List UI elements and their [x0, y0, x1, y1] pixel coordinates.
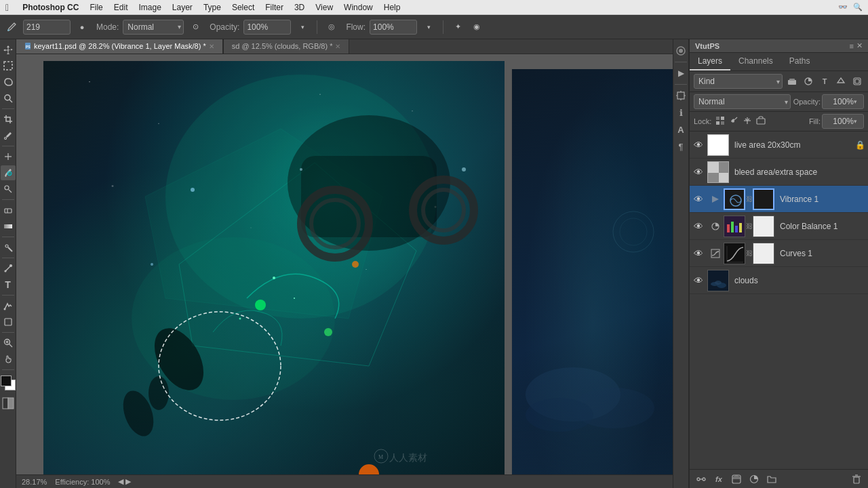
menu-view[interactable]: View — [315, 3, 333, 12]
delete-layer-icon[interactable] — [849, 472, 864, 487]
filter-shape-icon[interactable] — [834, 75, 848, 88]
svg-rect-92 — [731, 222, 734, 232]
menu-layer[interactable]: Layer — [172, 3, 193, 12]
canvas-content[interactable]: 人人素材 M 28.17% Efficiency: 100% ◀ ▶ — [16, 54, 673, 488]
canvas-tab-2[interactable]: sd @ 12.5% (clouds, RGB/8) * ✕ — [224, 39, 350, 54]
search-icon[interactable]: 🔍 — [853, 3, 863, 12]
brush-tool-btn[interactable] — [1, 165, 16, 180]
layer-mask-thumb-3[interactable] — [753, 188, 774, 210]
layer-visibility-eye-5[interactable]: 👁 — [692, 247, 705, 260]
quick-mask-btn[interactable] — [1, 396, 16, 411]
filter-pixel-icon[interactable] — [785, 75, 799, 88]
layer-item-live-area[interactable]: 👁 live area 20x30cm 🔒 — [690, 131, 868, 159]
layer-mask-thumb-5[interactable] — [753, 243, 774, 264]
canvas-tab-1-close[interactable]: ✕ — [209, 43, 214, 50]
artwork-canvas[interactable]: 人人素材 M — [43, 61, 505, 478]
filter-kind-select-wrap: Kind Name Effect Mode Attribute Color — [694, 74, 783, 89]
menu-image[interactable]: Image — [138, 3, 161, 12]
smoothing-icon[interactable]: ◉ — [469, 20, 484, 35]
opacity-input[interactable] — [247, 22, 277, 32]
svg-point-55 — [462, 167, 466, 171]
canvas-tab-1[interactable]: PS keyart11.psd @ 28.2% (Vibrance 1, Lay… — [16, 39, 223, 54]
type-tool-btn[interactable]: T — [1, 277, 16, 292]
layer-item-vibrance-1[interactable]: 👁 — [690, 186, 868, 213]
fg-bg-swatch[interactable] — [1, 375, 16, 390]
marquee-rect-tool-btn[interactable] — [1, 58, 16, 73]
layer-visibility-eye-3[interactable]: 👁 — [692, 193, 705, 205]
flow-arrow-icon[interactable]: ▾ — [421, 20, 436, 35]
menu-type[interactable]: Type — [203, 3, 221, 12]
eyedropper-tool-btn[interactable] — [1, 128, 16, 143]
mode-select[interactable]: Normal Multiply Screen Overlay — [123, 20, 184, 35]
opacity-row-arrow[interactable]: ▾ — [854, 98, 857, 105]
menu-3d[interactable]: 3D — [294, 3, 304, 12]
lock-checkerboard-icon[interactable] — [715, 116, 725, 127]
paragraph-icon[interactable]: ¶ — [673, 139, 688, 154]
brush-size-input[interactable] — [26, 22, 57, 32]
opacity-row-input[interactable] — [825, 97, 854, 106]
filter-smartobj-icon[interactable] — [850, 75, 864, 88]
info-panel-icon[interactable]: ℹ — [673, 105, 688, 120]
filter-kind-select[interactable]: Kind Name Effect Mode Attribute Color — [694, 74, 783, 89]
layer-mask-thumb-4[interactable] — [753, 216, 774, 237]
canvas-rotate-icon[interactable] — [673, 88, 688, 103]
layer-visibility-eye-6[interactable]: 👁 — [692, 274, 705, 287]
lock-artboard-icon[interactable] — [756, 116, 766, 127]
layer-item-bleed-area[interactable]: 👁 bleed area/extra space — [690, 159, 868, 186]
foreground-color-swatch[interactable] — [1, 375, 12, 386]
fill-input[interactable] — [825, 117, 854, 126]
lock-move-icon[interactable] — [743, 116, 752, 127]
quick-select-tool-btn[interactable] — [1, 91, 16, 106]
menu-filter[interactable]: Filter — [265, 3, 283, 12]
filter-type-icon[interactable]: T — [818, 75, 831, 88]
layer-visibility-eye-2[interactable]: 👁 — [692, 166, 705, 178]
shape-tool-btn[interactable] — [1, 314, 16, 329]
menu-select[interactable]: Select — [232, 3, 254, 12]
new-adjustment-layer-icon[interactable] — [747, 472, 762, 487]
layer-item-curves-1[interactable]: 👁 — [690, 240, 868, 267]
dodge-tool-btn[interactable] — [1, 240, 16, 255]
clone-tool-btn[interactable] — [1, 182, 16, 197]
layer-fx-icon[interactable]: fx — [711, 472, 726, 487]
menu-window[interactable]: Window — [344, 3, 373, 12]
pen-tool-btn[interactable] — [1, 261, 16, 276]
move-tool-btn[interactable] — [1, 42, 16, 57]
lasso-tool-btn[interactable] — [1, 75, 16, 89]
brush-hardness-icon[interactable]: ● — [75, 20, 90, 35]
fill-arrow-icon[interactable]: ▾ — [854, 118, 857, 125]
layer-item-colorbalance-1[interactable]: 👁 — [690, 213, 868, 240]
lock-paint-icon[interactable] — [729, 116, 738, 127]
nav-arrow[interactable]: ◀ ▶ — [118, 477, 131, 486]
type-context-icon[interactable]: A — [673, 122, 688, 137]
heal-tool-btn[interactable] — [1, 149, 16, 164]
new-group-icon[interactable] — [764, 472, 779, 487]
hand-tool-btn[interactable] — [1, 352, 16, 367]
layer-visibility-eye-4[interactable]: 👁 — [692, 220, 705, 232]
filter-adjustment-icon[interactable] — [802, 75, 815, 88]
crop-tool-btn[interactable] — [1, 112, 16, 127]
add-mask-icon[interactable] — [729, 472, 744, 487]
menu-help[interactable]: Help — [384, 3, 401, 12]
brush-tool-icon[interactable] — [4, 20, 19, 35]
canvas-tab-2-close[interactable]: ✕ — [335, 43, 340, 50]
menu-photoshop[interactable]: Photoshop CC — [22, 3, 79, 12]
airbrush-icon[interactable]: ✦ — [450, 20, 465, 35]
opacity-arrow-icon[interactable]: ▾ — [295, 20, 310, 35]
gradient-tool-btn[interactable] — [1, 219, 16, 234]
panel-close-icon[interactable]: ✕ — [856, 41, 863, 50]
tab-layers[interactable]: Layers — [690, 53, 730, 70]
layer-visibility-eye-1[interactable]: 👁 — [692, 139, 705, 151]
play-button[interactable]: ▶ — [673, 66, 688, 81]
eraser-tool-btn[interactable] — [1, 203, 16, 218]
menu-edit[interactable]: Edit — [114, 3, 128, 12]
link-layers-icon[interactable] — [694, 472, 709, 487]
flow-input[interactable] — [373, 22, 403, 32]
panel-menu-icon[interactable]: ≡ — [850, 42, 854, 50]
tab-channels[interactable]: Channels — [730, 53, 781, 70]
menu-file[interactable]: File — [90, 3, 102, 12]
path-sel-tool-btn[interactable] — [1, 298, 16, 313]
layer-item-clouds[interactable]: 👁 clouds — [690, 267, 868, 294]
blend-mode-select[interactable]: Normal Multiply Screen Overlay Soft Ligh… — [694, 94, 791, 109]
tab-paths[interactable]: Paths — [781, 53, 818, 70]
zoom-in-tool-btn[interactable] — [1, 336, 16, 350]
